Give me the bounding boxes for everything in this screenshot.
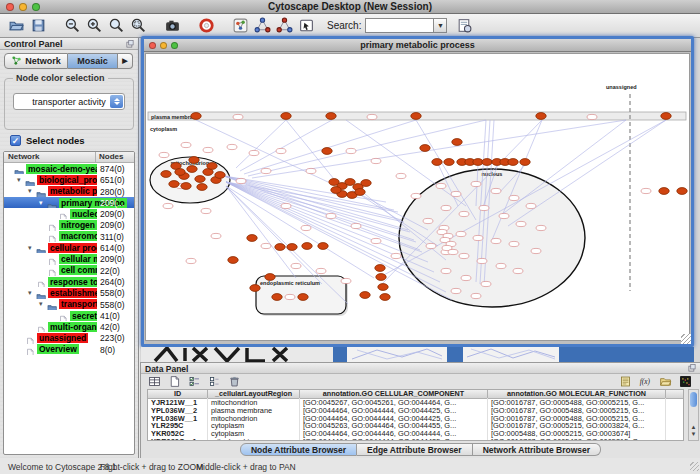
network-view-window[interactable]: primary metabolic process plasma membran… bbox=[141, 36, 694, 347]
file-icon bbox=[58, 311, 69, 321]
zoom-selected-icon[interactable] bbox=[127, 16, 149, 36]
tree-row[interactable]: ▾establishment of lo558(0) bbox=[4, 287, 134, 298]
tree-row[interactable]: cellular metabo209(0) bbox=[4, 253, 134, 264]
tree-row[interactable]: nitrogen compo209(0) bbox=[4, 219, 134, 230]
annotation-icon[interactable] bbox=[295, 16, 317, 36]
tab-overflow-arrow-icon[interactable]: ▶ bbox=[118, 53, 133, 69]
node bbox=[452, 139, 462, 146]
network-view-icon[interactable] bbox=[229, 16, 251, 36]
edge bbox=[224, 176, 408, 230]
disclosure-triangle-icon[interactable]: ▾ bbox=[17, 175, 25, 185]
scrollbar-arrows[interactable]: ▲▼ bbox=[689, 424, 698, 440]
zoom-fit-icon[interactable] bbox=[105, 16, 127, 36]
float-panel-icon[interactable] bbox=[687, 363, 697, 373]
id-cell[interactable]: YDR039C__1 bbox=[148, 437, 208, 441]
data-panel-toolbar: f(x) bbox=[145, 375, 696, 388]
select-attributes-icon[interactable] bbox=[185, 375, 203, 388]
control-panel-tabs: Network Mosaic ▶ bbox=[4, 53, 133, 69]
scrollbar-thumb[interactable] bbox=[690, 392, 697, 407]
node bbox=[233, 114, 243, 119]
table-row[interactable]: YDR039C__1mitochondrion[GO:0044464, GO:0… bbox=[148, 438, 683, 441]
tree-row[interactable]: mosaic-demo-yeast874(0) bbox=[4, 163, 134, 174]
new-attribute-icon[interactable] bbox=[165, 375, 183, 388]
tree-row[interactable]: secretion41(0) bbox=[4, 310, 134, 321]
node-count: 42(0) bbox=[97, 321, 134, 332]
column-header[interactable]: annotation.GO CELLULAR_COMPONENT bbox=[300, 389, 488, 398]
tree-row[interactable]: unassigned223(0) bbox=[4, 332, 134, 343]
app-resize-grip[interactable] bbox=[690, 462, 699, 471]
node-color-selection-group: Node color selection transporter activit… bbox=[4, 78, 134, 130]
disclosure-triangle-icon[interactable]: ▾ bbox=[28, 186, 36, 196]
tree-row[interactable]: ▾biological_process651(0) bbox=[4, 174, 134, 185]
node bbox=[411, 193, 421, 198]
tree-row[interactable]: Overview8(0) bbox=[4, 344, 134, 355]
zoom-in-icon[interactable] bbox=[83, 16, 105, 36]
function-builder-icon[interactable]: f(x) bbox=[636, 375, 654, 388]
node bbox=[456, 231, 466, 236]
select-nodes-checkbox[interactable]: ✓ bbox=[10, 135, 21, 146]
delete-attribute-icon[interactable] bbox=[225, 375, 243, 388]
disclosure-triangle-icon[interactable]: ▾ bbox=[39, 299, 47, 309]
matrix-icon[interactable] bbox=[676, 375, 694, 388]
folder-icon bbox=[47, 299, 58, 309]
disclosure-triangle-icon[interactable]: ▾ bbox=[28, 243, 36, 253]
network-canvas[interactable]: plasma membranecytoplasmmitochondrionnuc… bbox=[145, 53, 690, 341]
tab-network-attribute-browser[interactable]: Network Attribute Browser bbox=[473, 443, 601, 456]
attribute-table-icon[interactable] bbox=[145, 375, 163, 388]
tree-row[interactable]: nucleobase-209(0) bbox=[4, 208, 134, 219]
node bbox=[341, 278, 351, 283]
open-attributes-icon[interactable] bbox=[656, 375, 674, 388]
tree-row[interactable]: cell communicat22(0) bbox=[4, 265, 134, 276]
column-header[interactable]: _cellularLayoutRegion bbox=[208, 389, 300, 398]
search-label: Search: bbox=[327, 20, 361, 31]
help-icon[interactable] bbox=[195, 16, 217, 36]
window-resize-grip[interactable] bbox=[681, 334, 691, 344]
unselect-attributes-icon[interactable] bbox=[205, 375, 223, 388]
layout-red-icon[interactable] bbox=[273, 16, 295, 36]
node-count: 223(0) bbox=[97, 332, 134, 343]
tree-row[interactable]: multi-organism pro42(0) bbox=[4, 321, 134, 332]
tab-node-attribute-browser[interactable]: Node Attribute Browser bbox=[240, 443, 357, 456]
column-header[interactable]: annotation.GO MOLECULAR_FUNCTION bbox=[488, 389, 666, 398]
import-attributes-icon[interactable] bbox=[616, 375, 634, 388]
float-panel-icon[interactable] bbox=[125, 39, 135, 49]
search-input[interactable] bbox=[365, 18, 433, 33]
snapshot-icon[interactable] bbox=[161, 16, 183, 36]
node bbox=[163, 203, 173, 208]
disclosure-triangle-icon[interactable]: ▾ bbox=[39, 198, 47, 208]
search-dropdown-arrow-icon[interactable]: ▼ bbox=[433, 18, 447, 33]
tree-column-network[interactable]: Network bbox=[4, 152, 96, 162]
search-config-icon[interactable] bbox=[453, 16, 475, 36]
tree-column-nodes[interactable]: Nodes bbox=[96, 152, 134, 162]
node bbox=[520, 159, 530, 166]
network-label: unassigned bbox=[37, 333, 88, 343]
folder-icon bbox=[14, 164, 25, 174]
tab-network[interactable]: Network bbox=[4, 53, 68, 69]
node bbox=[346, 148, 356, 153]
node-count: 874(0) bbox=[97, 163, 134, 174]
molecular-function-cell[interactable]: [GO:0016787, GO:0005488, GO:0005215, G..… bbox=[488, 437, 666, 441]
tree-row[interactable]: response to stimulu264(0) bbox=[4, 276, 134, 287]
tree-row[interactable]: macromolecule311(0) bbox=[4, 231, 134, 242]
save-icon[interactable] bbox=[27, 16, 49, 36]
layout-blue-icon[interactable] bbox=[251, 16, 273, 36]
app-titlebar[interactable]: Cytoscape Desktop (New Session) bbox=[0, 0, 700, 14]
node bbox=[481, 281, 491, 286]
tree-row[interactable]: ▾primary metabo209(... bbox=[4, 197, 134, 208]
open-icon[interactable] bbox=[5, 16, 27, 36]
zoom-out-icon[interactable] bbox=[61, 16, 83, 36]
tree-row[interactable]: ▾metabolic process280(0) bbox=[4, 186, 134, 197]
tree-row[interactable]: ▾transport558(0) bbox=[4, 299, 134, 310]
tab-edge-attribute-browser[interactable]: Edge Attribute Browser bbox=[357, 443, 473, 456]
node bbox=[420, 145, 430, 152]
cellular-component-cell[interactable]: [GO:0044464, GO:0044444, GO:0044425, G..… bbox=[300, 437, 488, 441]
column-header[interactable]: ID bbox=[148, 389, 208, 398]
tab-mosaic[interactable]: Mosaic bbox=[68, 53, 118, 69]
node-color-dropdown[interactable]: transporter activity bbox=[13, 93, 125, 110]
node bbox=[186, 258, 196, 263]
table-scrollbar[interactable]: ▲▼ bbox=[688, 389, 699, 441]
node bbox=[211, 233, 221, 238]
disclosure-triangle-icon[interactable]: ▾ bbox=[28, 288, 36, 298]
region-cell[interactable]: mitochondrion bbox=[208, 437, 300, 441]
tree-row[interactable]: ▾cellular process614(0) bbox=[4, 242, 134, 253]
